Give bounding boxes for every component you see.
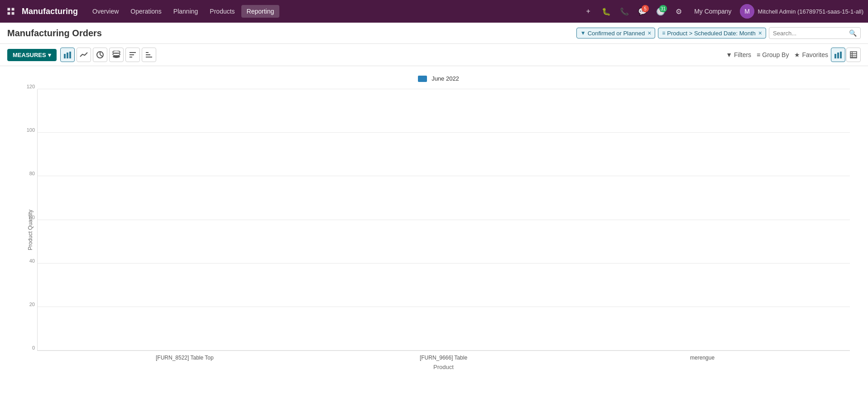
legend-color-swatch — [418, 76, 427, 82]
groupby-label: Group By — [762, 51, 789, 58]
favorites-button[interactable]: ★ Favorites — [794, 51, 828, 58]
debug-icon[interactable]: 🐛 — [599, 4, 614, 19]
filters-label: Filters — [734, 51, 751, 58]
filter-tag-confirmed[interactable]: ▼ Confirmed or Planned × — [576, 28, 656, 38]
gridline-label: 100 — [20, 127, 35, 133]
groupby-button[interactable]: ≡ Group By — [757, 51, 789, 58]
top-navigation: Manufacturing Overview Operations Planni… — [0, 0, 868, 23]
x-label: [FURN_9666] Table — [380, 355, 507, 361]
chart-type-buttons — [60, 48, 156, 62]
chart-inner: Product Quantity 020406080100120 [FURN_8… — [27, 89, 850, 370]
group-icon: ≡ — [662, 30, 665, 36]
svg-text:M: M — [744, 8, 750, 15]
user-name[interactable]: Mitchell Admin (16789751-saas-15-1-all) — [758, 8, 863, 15]
subheader: Manufacturing Orders ▼ Confirmed or Plan… — [0, 23, 868, 44]
pie-chart-button[interactable] — [93, 48, 107, 62]
svg-rect-0 — [8, 8, 10, 11]
descending-sort-button[interactable] — [142, 48, 156, 62]
chat-badge: 5 — [642, 5, 649, 12]
filter-down-icon: ▼ — [726, 51, 732, 58]
filter-tags: ▼ Confirmed or Planned × ≡ Product > Sch… — [576, 27, 861, 39]
x-labels: [FURN_8522] Table Top[FURN_9666] Tableme… — [37, 351, 850, 361]
gridline-label: 40 — [20, 258, 35, 264]
gridline-label: 60 — [20, 215, 35, 220]
filter-icon: ▼ — [580, 30, 586, 36]
phone-icon[interactable]: 📞 — [617, 4, 632, 19]
view-toggle-buttons — [831, 48, 861, 62]
svg-rect-1 — [12, 8, 14, 11]
chat-icon[interactable]: 💬 5 — [635, 4, 650, 19]
legend-label: June 2022 — [432, 75, 459, 82]
star-icon: ★ — [794, 51, 800, 58]
company-name[interactable]: My Company — [690, 5, 736, 18]
chart-legend: June 2022 — [27, 75, 850, 82]
svg-rect-3 — [12, 12, 14, 15]
app-brand[interactable]: Manufacturing — [22, 7, 78, 16]
nav-item-reporting[interactable]: Reporting — [241, 5, 280, 18]
x-label: [FURN_8522] Table Top — [121, 355, 248, 361]
bar-chart-button[interactable] — [60, 48, 75, 62]
activity-icon[interactable]: 🕐 31 — [653, 4, 668, 19]
chart-plot: 020406080100120 — [37, 89, 850, 351]
measures-button[interactable]: MEASURES ▾ — [7, 49, 57, 61]
filter-tag-confirmed-remove[interactable]: × — [647, 29, 651, 37]
gridline-label: 80 — [20, 171, 35, 176]
filter-tag-confirmed-label: Confirmed or Planned — [588, 30, 645, 37]
stack-chart-button[interactable] — [109, 48, 124, 62]
grid-menu-icon[interactable] — [5, 5, 17, 18]
filters-button[interactable]: ▼ Filters — [726, 51, 751, 58]
groupby-icon: ≡ — [757, 51, 760, 58]
line-chart-button[interactable] — [77, 48, 91, 62]
chart-body: 020406080100120 [FURN_8522] Table Top[FU… — [37, 89, 850, 370]
x-axis-title: Product — [37, 364, 850, 370]
chart-container: June 2022 Product Quantity 0204060801001… — [0, 66, 868, 402]
chart-view-button[interactable] — [831, 48, 845, 62]
toolbar-right: ▼ Filters ≡ Group By ★ Favorites — [726, 48, 861, 62]
topnav-actions: + 🐛 📞 💬 5 🕐 31 ⚙ My Company M Mitchell A… — [581, 4, 863, 19]
svg-rect-6 — [64, 54, 66, 58]
filter-tag-product-date[interactable]: ≡ Product > Scheduled Date: Month × — [658, 28, 766, 38]
filter-tag-product-date-remove[interactable]: × — [758, 29, 762, 37]
add-button[interactable]: + — [581, 4, 595, 19]
svg-rect-2 — [8, 12, 10, 15]
svg-rect-7 — [67, 53, 68, 58]
settings-icon[interactable]: ⚙ — [671, 4, 686, 19]
page-title: Manufacturing Orders — [7, 28, 572, 38]
svg-rect-21 — [834, 54, 836, 58]
list-view-button[interactable] — [846, 48, 861, 62]
toolbar: MEASURES ▾ ▼ Filters ≡ G — [0, 44, 868, 66]
user-avatar[interactable]: M — [740, 4, 754, 19]
nav-item-overview[interactable]: Overview — [87, 5, 124, 18]
x-label: merengue — [639, 355, 766, 361]
activity-badge: 31 — [659, 5, 667, 12]
svg-rect-22 — [837, 53, 839, 58]
nav-item-products[interactable]: Products — [204, 5, 240, 18]
ascending-sort-button[interactable] — [125, 48, 140, 62]
svg-line-11 — [100, 55, 103, 57]
svg-rect-23 — [840, 52, 842, 58]
top-nav-menu: Overview Operations Planning Products Re… — [87, 5, 579, 18]
toolbar-filters: ▼ Filters ≡ Group By ★ Favorites — [726, 51, 828, 58]
gridline-label: 0 — [20, 345, 35, 350]
filter-tag-product-date-label: Product > Scheduled Date: Month — [667, 30, 755, 37]
search-icon[interactable]: 🔍 — [849, 29, 857, 37]
nav-item-operations[interactable]: Operations — [125, 5, 167, 18]
search-input[interactable] — [773, 30, 849, 37]
nav-item-planning[interactable]: Planning — [168, 5, 204, 18]
search-bar[interactable]: 🔍 — [769, 27, 861, 39]
gridline-label: 20 — [20, 302, 35, 307]
svg-rect-8 — [69, 52, 71, 58]
favorites-label: Favorites — [802, 51, 828, 58]
bars-area — [38, 89, 850, 350]
gridline-label: 120 — [20, 84, 35, 89]
